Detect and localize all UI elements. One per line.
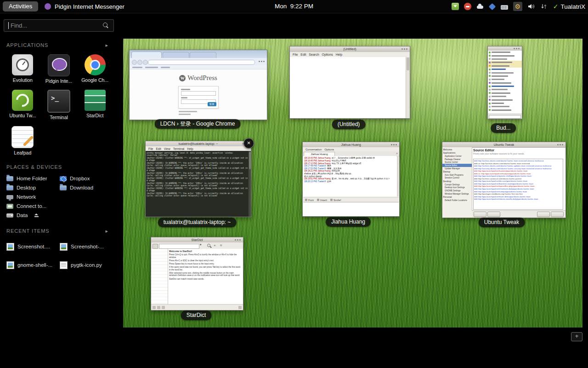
chat-timestamp: (08:16:43 PM) [304,157,318,159]
keyboard-icon[interactable] [501,5,508,10]
place-item[interactable]: Home Folder [6,174,60,183]
recent-label: Screenshot.... [17,244,50,249]
eject-icon[interactable] [34,213,39,218]
scrollbar [406,57,410,118]
place-label: Network [17,194,36,200]
chrome-toolbar [130,58,267,66]
place-label: Data [17,213,28,218]
recent-item[interactable]: Screenshot-... [60,237,113,256]
place-item[interactable]: Dropbox [60,174,113,183]
wordpress-wordmark: WordPress [187,74,217,82]
window-controls [406,48,407,50]
app-launcher[interactable]: StarDict [77,90,113,120]
status-icon [162,306,165,309]
window-title-pill: Ubuntu Tweak [479,218,525,227]
window-thumbnail-chat[interactable]: Jiahua Huang ConversationOptions Jiahua … [302,142,400,217]
app-icon [85,54,106,75]
buddy-row [488,81,522,85]
buddy-status-icon [489,106,491,108]
add-workspace-button[interactable]: + [571,332,582,341]
definition-paragraph: StarDict can match mixed case words. [169,277,242,280]
recent-item[interactable]: gnome-shell-... [6,256,60,274]
applications-expand-icon[interactable]: ▸ [105,42,108,48]
status-icon [153,306,156,309]
back-icon [132,60,137,65]
buddy-row [488,85,522,88]
window-thumbnail-leafpad[interactable]: (Untitled) FileEditSearchOptionsHelp [289,46,410,119]
app-launcher[interactable]: Terminal [41,90,77,120]
gnome-shell-overview: Activities Pidgin Internet Messenger Mon… [0,0,588,368]
window-thumbnail-chrome[interactable]: W WordPress 登录 [129,50,267,120]
chat-sender: Jiahua Huang: [318,178,331,180]
network-icon[interactable] [540,3,548,11]
app-launcher[interactable]: Pidgin Inte... [41,54,77,84]
window-thumbnail-ubuntu-tweak[interactable]: Ubuntu Tweak WelcomeApplicationsApplicat… [442,142,566,218]
window-thumbnail-buddy-list[interactable] [487,46,522,119]
chat-sender: TualatriX: [318,180,327,183]
place-icon [60,176,67,181]
chat-timestamp: (08:20:13 PM) [304,180,318,183]
app-launcher[interactable]: Leafpad [5,126,41,155]
buddy-status-icon [489,82,491,84]
wordpress-w-icon: W [179,75,186,81]
window-thumbnail-stardict[interactable]: StarDict ▾ × ≡ Welcome to StarDict!Press… [151,237,243,310]
gear-icon[interactable]: ⚙ [513,2,522,11]
search-icon [207,244,210,247]
cloud-icon[interactable] [476,3,484,10]
buddy-row [488,98,522,101]
place-item[interactable]: Data [6,211,60,220]
software-update-icon[interactable] [452,3,459,10]
search-input[interactable] [10,21,99,30]
app-icon [12,54,33,75]
tweak-nav-item: Welcome [442,148,472,151]
window-thumbnail-terminal[interactable]: tualatrix@tualatrix-laptop: ~ FileEditVi… [145,141,251,217]
buddy-status-icon [489,103,491,104]
buddy-status-icon [489,62,491,63]
chat-timestamp: (08:19:51 PM) [304,178,318,180]
window-title-pill: Bud... [491,123,516,133]
place-label: Download [70,185,93,190]
activities-button[interactable]: Activities [3,1,38,12]
address-bar [148,60,255,65]
dropbox-icon[interactable] [488,3,496,10]
buddy-row [488,78,522,81]
place-item[interactable]: Desktop [6,183,60,192]
place-item[interactable]: Download [60,183,113,192]
buddy-status-icon [489,89,491,91]
buddy-name-bar [492,72,514,74]
app-launcher[interactable]: Evolution [5,54,41,84]
recent-item[interactable]: Screenshot.... [6,237,60,256]
pane-title: Source Editor [473,148,564,152]
buddy-row [488,75,522,78]
clock[interactable]: Mon 9:22 PM [275,0,313,13]
buddy-name-bar [492,62,512,63]
tweak-nav-item: Session Control [442,177,472,180]
recent-file-icon [6,261,14,269]
buddy-row [488,109,522,112]
user-menu[interactable]: ✓ TualatriX [553,3,585,10]
place-item[interactable]: Connect to... [6,201,60,211]
window-title-pill: StarDict [181,310,212,320]
recent-expand-icon[interactable]: ▸ [105,228,108,234]
app-launcher[interactable]: Google Ch... [77,54,113,84]
menu-item: View [163,147,172,150]
buddy-status-icon [489,58,491,60]
recent-item[interactable]: pygtk-icon.py [60,256,113,274]
terminal-line: (mutter:19200): St-WARNING **: the actor… [147,172,249,177]
buddy-row [488,71,522,74]
format-label: Font [308,199,314,201]
text-area [290,57,406,118]
buddy-row [488,54,522,57]
buddy-status-icon [489,96,491,98]
password-label-bar [181,97,187,98]
app-launcher[interactable]: Ubuntu Tw... [5,90,41,120]
place-item[interactable]: Network [6,192,60,201]
app-menu[interactable]: Pidgin Internet Messenger [45,0,124,13]
window-title: (Untitled) [343,47,356,51]
buddy-status-icon [489,109,491,111]
notification-icon[interactable] [464,3,471,10]
volume-icon[interactable] [527,3,535,11]
close-window-button[interactable]: × [243,138,254,149]
chat-sender: Jiahua Huang: [318,160,331,162]
app-label: Evolution [5,77,41,83]
